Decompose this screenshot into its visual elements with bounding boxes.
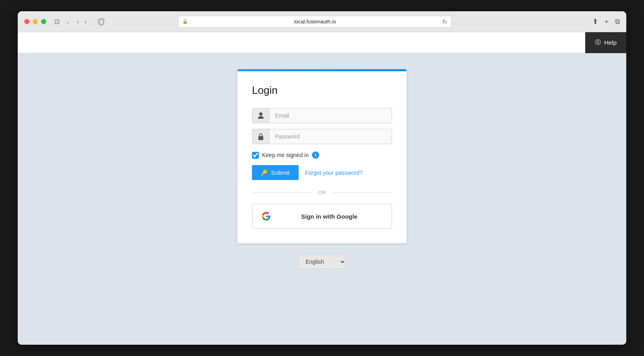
- help-label: Help: [604, 39, 617, 46]
- back-button[interactable]: ‹: [74, 17, 81, 27]
- login-card: Login: [237, 69, 407, 243]
- language-select[interactable]: English Spanish French German: [298, 255, 346, 269]
- remember-row: Keep me signed in i: [252, 151, 392, 159]
- nav-controls: ‹ ›: [74, 17, 89, 27]
- submit-label: Submit: [271, 169, 290, 176]
- url-bar[interactable]: 🔒 local.fusionauth.io ↻: [178, 16, 452, 28]
- browser-window: ⊡ ⌄ ‹ › 🔒 local.fusionauth.io ↻ ⬆ + ⧉ ⓪ …: [18, 11, 626, 345]
- url-text: local.fusionauth.io: [190, 19, 440, 25]
- email-input-group: [252, 108, 392, 123]
- divider-line-left: [252, 192, 312, 193]
- google-signin-label: Sign in with Google: [273, 213, 385, 220]
- or-label: OR: [318, 190, 326, 196]
- maximize-button[interactable]: [41, 19, 46, 24]
- info-icon[interactable]: i: [312, 151, 319, 159]
- login-title: Login: [252, 84, 392, 97]
- email-input[interactable]: [269, 108, 392, 123]
- submit-button[interactable]: 🔑 Submit: [252, 165, 299, 180]
- app-topbar: ⓪ Help: [18, 32, 626, 53]
- toolbar-right: ⬆ + ⧉: [592, 17, 620, 26]
- password-input[interactable]: [269, 129, 392, 144]
- user-icon: [252, 108, 269, 123]
- forward-button[interactable]: ›: [82, 17, 89, 27]
- google-icon: [259, 209, 273, 224]
- help-circle-icon: ⓪: [595, 39, 601, 46]
- or-divider: OR: [252, 190, 392, 196]
- refresh-icon[interactable]: ↻: [442, 19, 447, 25]
- svg-point-0: [259, 112, 262, 116]
- google-signin-button[interactable]: Sign in with Google: [252, 204, 392, 229]
- lock-icon: 🔒: [182, 19, 188, 24]
- new-tab-icon[interactable]: +: [605, 18, 609, 26]
- password-input-group: [252, 129, 392, 144]
- sidebar-toggle-icon[interactable]: ⊡: [53, 18, 61, 26]
- shield-icon: [97, 18, 105, 26]
- remember-label: Keep me signed in: [262, 152, 309, 158]
- divider-line-right: [332, 192, 392, 193]
- action-row: 🔑 Submit Forgot your password?: [252, 165, 392, 180]
- close-button[interactable]: [24, 19, 29, 24]
- minimize-button[interactable]: [33, 19, 38, 24]
- chevron-down-icon[interactable]: ⌄: [66, 19, 70, 25]
- forgot-password-link[interactable]: Forgot your password?: [305, 170, 363, 176]
- remember-checkbox[interactable]: [252, 152, 259, 159]
- tabs-icon[interactable]: ⧉: [615, 18, 620, 26]
- browser-titlebar: ⊡ ⌄ ‹ › 🔒 local.fusionauth.io ↻ ⬆ + ⧉: [18, 11, 626, 32]
- language-selector-wrap: English Spanish French German: [298, 255, 346, 269]
- help-button[interactable]: ⓪ Help: [585, 32, 626, 53]
- svg-rect-1: [258, 136, 263, 140]
- card-body: Login: [237, 71, 407, 243]
- traffic-lights: [24, 19, 46, 24]
- lock-field-icon: [252, 129, 269, 144]
- page-content: Login: [18, 53, 626, 345]
- share-icon[interactable]: ⬆: [592, 17, 598, 26]
- key-icon: 🔑: [261, 170, 268, 176]
